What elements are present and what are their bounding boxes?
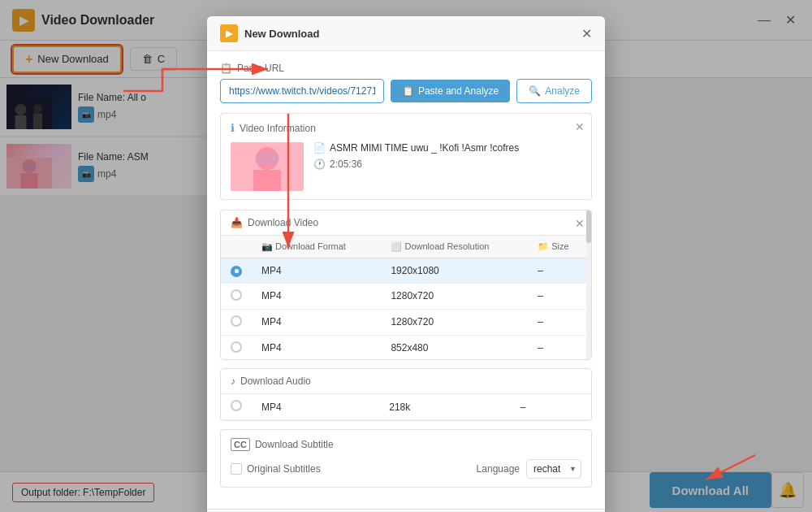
audio-icon: ♪	[231, 375, 235, 387]
radio-unselected[interactable]	[231, 289, 242, 301]
download-subtitle-section: CC Download Subtitle Original Subtitles …	[220, 429, 592, 488]
paste-url-section: 📋 Paste URL 📋 Paste and Analyze 🔍 Analyz…	[220, 63, 592, 103]
size-cell: –	[528, 258, 591, 284]
resolution-cell: 1280x720	[381, 309, 528, 335]
clock-icon: 🕐	[313, 158, 326, 170]
table-row[interactable]: MP4 218k –	[221, 394, 591, 420]
language-label: Language	[477, 463, 520, 475]
modal-overlay: ▶ New Download ✕ 📋 Paste URL 📋	[0, 0, 812, 512]
col-resolution-header: ⬜ Download Resolution	[381, 236, 528, 258]
download-video-section: 📥 Download Video ✕ 📷 Download Format	[220, 210, 592, 360]
col-format-header: 📷 Download Format	[252, 236, 381, 258]
video-details: 📄 ASMR MIMI TIME uwu _ !Kofi !Asmr !cofr…	[313, 142, 581, 170]
table-row[interactable]: MP4 852x480 –	[221, 335, 591, 360]
col-size-header: 📁 Size	[528, 236, 591, 258]
doc-icon: 📄	[313, 142, 326, 154]
audio-format-table: MP4 218k –	[221, 394, 591, 420]
svg-rect-11	[253, 170, 281, 191]
search-icon: 🔍	[529, 85, 541, 97]
video-thumbnail	[231, 142, 304, 191]
format-cell: MP4	[252, 283, 381, 309]
language-select-wrapper: rechat	[526, 459, 581, 479]
download-subtitle-header: CC Download Subtitle	[231, 438, 581, 451]
language-select[interactable]: rechat	[526, 459, 581, 479]
radio-unselected[interactable]	[231, 400, 242, 411]
format-cell: MP4	[252, 394, 379, 420]
table-row[interactable]: MP4 1280x720 –	[221, 283, 591, 309]
resolution-cell: 218k	[379, 394, 511, 420]
subtitle-row: Original Subtitles Language rechat	[231, 459, 581, 479]
table-row[interactable]: MP4 1280x720 –	[221, 309, 591, 335]
radio-cell	[221, 394, 252, 420]
modal-header: ▶ New Download ✕	[207, 16, 605, 51]
table-row[interactable]: MP4 1920x1080 –	[221, 258, 591, 284]
resolution-cell: 1280x720	[381, 283, 528, 309]
modal-body: 📋 Paste URL 📋 Paste and Analyze 🔍 Analyz…	[207, 51, 605, 509]
format-col-icon: 📷	[261, 241, 273, 251]
modal-footer: Ok Cancel	[207, 509, 605, 512]
download-audio-header: ♪ Download Audio	[221, 369, 591, 394]
url-input[interactable]	[220, 79, 384, 103]
analyze-button[interactable]: 🔍 Analyze	[516, 79, 592, 103]
new-download-modal: ▶ New Download ✕ 📋 Paste URL 📋	[207, 16, 605, 512]
paste-url-label: 📋 Paste URL	[220, 63, 592, 74]
video-title: 📄 ASMR MIMI TIME uwu _ !Kofi !Asmr !cofr…	[313, 142, 581, 154]
download-video-close-button[interactable]: ✕	[575, 217, 585, 230]
original-subtitles-checkbox[interactable]	[231, 463, 242, 475]
app-window: ▶ Video Downloader — ✕ + New Download 🗑 …	[0, 0, 812, 512]
video-info-content: 📄 ASMR MIMI TIME uwu _ !Kofi !Asmr !cofr…	[231, 142, 581, 191]
url-row: 📋 Paste and Analyze 🔍 Analyze	[220, 79, 592, 103]
scrollbar-thumb[interactable]	[586, 210, 591, 243]
radio-unselected[interactable]	[231, 315, 242, 327]
info-icon: ℹ	[231, 122, 235, 134]
radio-cell	[221, 258, 252, 284]
format-cell: MP4	[252, 309, 381, 335]
resolution-col-icon: ⬜	[391, 241, 402, 251]
download-audio-section: ♪ Download Audio MP4 218k –	[220, 368, 592, 421]
modal-title: New Download	[244, 28, 575, 40]
radio-cell	[221, 335, 252, 360]
size-cell: –	[528, 335, 591, 360]
video-duration: 🕐 2:05:36	[313, 158, 581, 170]
size-cell: –	[528, 309, 591, 335]
format-cell: MP4	[252, 258, 381, 284]
modal-close-button[interactable]: ✕	[581, 26, 592, 41]
modal-logo: ▶	[220, 24, 238, 42]
radio-unselected[interactable]	[231, 341, 242, 353]
clip-icon: 📋	[220, 63, 232, 74]
size-cell: –	[528, 283, 591, 309]
col-radio	[221, 236, 252, 258]
size-col-icon: 📁	[538, 241, 549, 251]
subtitle-icon: CC	[231, 438, 250, 451]
format-table: 📷 Download Format ⬜ Download Resolution …	[221, 236, 591, 360]
video-info-section: ℹ Video Information ✕	[220, 113, 592, 200]
size-cell: –	[511, 394, 591, 420]
radio-cell	[221, 309, 252, 335]
video-info-header: ℹ Video Information	[231, 122, 581, 134]
svg-point-12	[255, 151, 279, 166]
language-row: Language rechat	[477, 459, 581, 479]
paste-and-analyze-button[interactable]: 📋 Paste and Analyze	[391, 80, 510, 102]
original-subtitles-checkbox-label[interactable]: Original Subtitles	[231, 463, 321, 475]
radio-cell	[221, 283, 252, 309]
resolution-cell: 852x480	[381, 335, 528, 360]
format-cell: MP4	[252, 335, 381, 360]
radio-selected[interactable]	[231, 266, 242, 277]
paste-icon: 📋	[402, 85, 414, 97]
table-header-row: 📷 Download Format ⬜ Download Resolution …	[221, 236, 591, 258]
video-info-close-button[interactable]: ✕	[575, 120, 585, 133]
resolution-cell: 1920x1080	[381, 258, 528, 284]
download-video-icon: 📥	[231, 217, 243, 228]
scrollbar-track	[586, 210, 591, 359]
download-video-header: 📥 Download Video	[221, 210, 591, 236]
